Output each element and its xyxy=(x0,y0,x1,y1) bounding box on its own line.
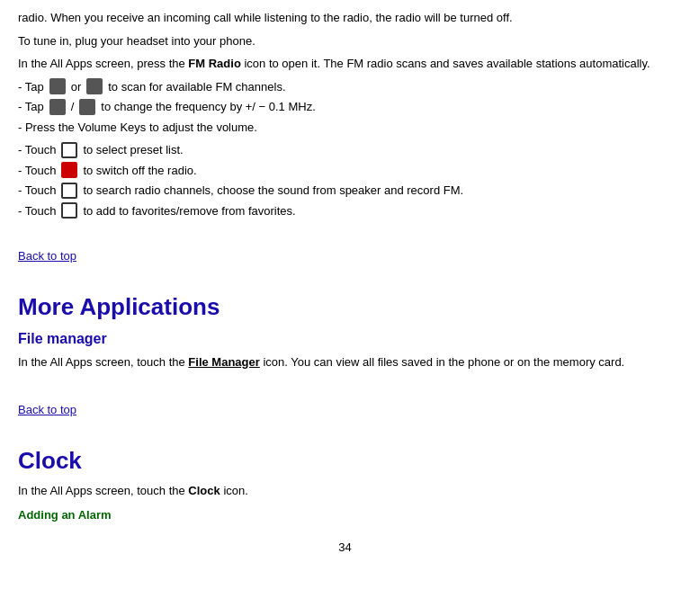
bullet5-suffix: to switch off the radio. xyxy=(83,162,196,180)
bullet1-mid: or xyxy=(71,78,82,96)
switch-off-icon xyxy=(61,162,77,178)
intro-line2: To tune in, plug your headset into your … xyxy=(18,32,672,50)
back-to-top-link-2[interactable]: Back to top xyxy=(18,401,76,419)
file-manager-suffix: icon. You can view all files saved in th… xyxy=(260,355,624,369)
clock-title: Clock xyxy=(18,443,672,478)
preset-icon xyxy=(61,142,77,158)
intro-line3-prefix: In the All Apps screen, press the xyxy=(18,57,188,70)
bullet2-mid: / xyxy=(71,98,75,116)
clock-text-prefix: In the All Apps screen, touch the xyxy=(18,484,188,497)
bullet6-suffix: to search radio channels, choose the sou… xyxy=(83,182,463,200)
adding-alarm-title: Adding an Alarm xyxy=(18,506,672,524)
scan-icon-left xyxy=(49,78,66,94)
intro-line3-suffix: icon to open it. The FM radio scans and … xyxy=(241,57,650,70)
intro-line3: In the All Apps screen, press the FM Rad… xyxy=(18,55,672,73)
bullet2: - Tap / to change the frequency by +/ − … xyxy=(18,98,672,116)
freq-icon-left xyxy=(49,99,66,115)
bullet2-prefix: - Tap xyxy=(18,98,44,116)
bullet6-prefix: - Touch xyxy=(18,182,56,200)
bullet1-suffix: to scan for available FM channels. xyxy=(108,78,285,96)
more-applications-title: More Applications xyxy=(18,290,672,325)
bullet1: - Tap or to scan for available FM channe… xyxy=(18,78,672,96)
fm-radio-label: FM Radio xyxy=(188,57,241,70)
bullet7-prefix: - Touch xyxy=(18,202,56,220)
favorites-icon xyxy=(61,202,77,219)
file-manager-text: In the All Apps screen, touch the File M… xyxy=(18,353,672,371)
bullet1-prefix: - Tap xyxy=(18,78,44,96)
scan-icon-right xyxy=(86,78,103,94)
bullet4-suffix: to select preset list. xyxy=(83,141,183,159)
bullet6: - Touch to search radio channels, choose… xyxy=(18,182,672,200)
clock-text: In the All Apps screen, touch the Clock … xyxy=(18,482,672,500)
file-manager-bold: File Manager xyxy=(188,355,259,369)
bullet5: - Touch to switch off the radio. xyxy=(18,162,672,180)
page-number: 34 xyxy=(18,539,672,557)
bullet2-suffix: to change the frequency by +/ − 0.1 MHz. xyxy=(101,98,315,116)
search-radio-icon xyxy=(61,183,77,199)
freq-icon-right xyxy=(79,99,95,115)
bullet4-prefix: - Touch xyxy=(18,141,56,159)
back-to-top-link-1[interactable]: Back to top xyxy=(18,247,76,265)
bullet7-suffix: to add to favorites/remove from favorite… xyxy=(83,202,295,220)
file-manager-prefix: In the All Apps screen, touch the xyxy=(18,355,188,369)
bullet4: - Touch to select preset list. xyxy=(18,141,672,159)
bullet5-prefix: - Touch xyxy=(18,162,56,180)
clock-text-suffix: icon. xyxy=(220,484,248,497)
bullet7: - Touch to add to favorites/remove from … xyxy=(18,202,672,220)
file-manager-title: File manager xyxy=(18,328,672,350)
clock-bold: Clock xyxy=(188,484,220,497)
intro-line1: radio. When you receive an incoming call… xyxy=(18,9,672,27)
bullet3: - Press the Volume Keys to adjust the vo… xyxy=(18,119,672,137)
